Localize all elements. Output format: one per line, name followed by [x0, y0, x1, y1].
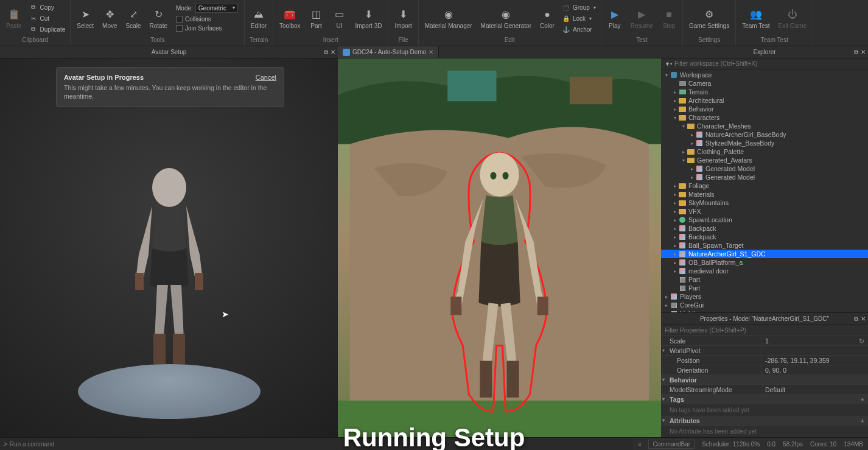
svg-rect-4	[173, 334, 185, 364]
commandbar-label[interactable]: CommandBar	[648, 440, 695, 449]
avatar-pedestal	[78, 364, 261, 419]
close-icon[interactable]: ✕	[861, 315, 866, 323]
anchor-button[interactable]: ⚓Anchor	[559, 24, 598, 34]
settings-group: ⚙Game Settings Settings	[683, 0, 736, 46]
tree-item[interactable]: Part	[661, 275, 868, 284]
cube-icon: ◫	[310, 8, 323, 21]
tree-item[interactable]: medieval door	[661, 267, 868, 275]
group-button[interactable]: ⬚Group▾	[559, 2, 598, 12]
properties-filter-input[interactable]	[665, 327, 864, 334]
cursor-icon: ➤	[79, 8, 92, 21]
collisions-checkbox[interactable]: Collisions	[175, 15, 239, 23]
svg-point-0	[152, 168, 186, 207]
scale-icon: ⤢	[127, 8, 140, 21]
explorer-tree[interactable]: WorkspaceCameraTerrainArchitecturalBehav…	[661, 69, 868, 312]
fps-stat: 58.2fps	[783, 441, 803, 448]
add-icon[interactable]: +	[861, 417, 864, 424]
part-button[interactable]: ◫Part	[306, 1, 327, 35]
property-row[interactable]: Orientation0, 90, 0	[661, 365, 868, 375]
undock-icon[interactable]: ⧉	[854, 49, 858, 56]
tree-item[interactable]: Character_Meshes	[661, 122, 868, 130]
tree-item[interactable]: Camera	[661, 79, 868, 88]
tree-item[interactable]: Workspace	[661, 71, 868, 79]
tree-item[interactable]: SpawnLocation	[661, 216, 868, 224]
tree-item[interactable]: Backpack	[661, 233, 868, 241]
exit-game-button[interactable]: ⏻Exit Game	[775, 1, 811, 35]
tree-item[interactable]: Materials	[661, 190, 868, 199]
avatar-setup-header: Avatar Setup ⧉ ✕	[0, 46, 338, 58]
property-row[interactable]: Position-286.76, 19.11, 39.359	[661, 356, 868, 365]
tree-item[interactable]: Behavior	[661, 105, 868, 113]
rotate-button[interactable]: ↻Rotate	[146, 1, 171, 35]
insert-group: 🧰Toolbox ◫Part ▭UI ⬇Import 3D Insert	[273, 0, 388, 46]
property-row[interactable]: ModelStreamingModeDefault	[661, 385, 868, 395]
tree-item[interactable]: Players	[661, 292, 868, 301]
tree-item[interactable]: VFX	[661, 207, 868, 216]
undock-icon[interactable]: ⧉	[324, 49, 328, 56]
clipboard-label: Clipboard	[2, 35, 68, 44]
color-button[interactable]: ●Color	[536, 1, 558, 35]
duplicate-button[interactable]: ⧉Duplicate	[27, 24, 68, 34]
scale-button[interactable]: ⤢Scale	[122, 1, 145, 35]
copy-button[interactable]: ⧉Copy	[27, 2, 68, 12]
time-stat: 0.0	[767, 441, 775, 448]
property-row[interactable]: ▾Behavior	[661, 375, 868, 385]
property-row[interactable]: ▾WorldPivot	[661, 346, 868, 356]
avatar-viewport[interactable]: Cancel Avatar Setup in Progress This mig…	[0, 58, 338, 437]
tree-item[interactable]: Foliage	[661, 181, 868, 190]
ui-button[interactable]: ▭UI	[329, 1, 351, 35]
tree-item[interactable]: Terrain	[661, 88, 868, 96]
tree-item[interactable]: StylizedMale_BaseBody	[661, 139, 868, 147]
tree-item[interactable]: Generated_Avatars	[661, 156, 868, 164]
toolbox-button[interactable]: 🧰Toolbox	[276, 1, 304, 35]
select-button[interactable]: ➤Select	[73, 1, 97, 35]
property-row[interactable]: ▾Tags+	[661, 395, 868, 404]
tree-item[interactable]: Architectural	[661, 96, 868, 105]
resume-button[interactable]: ▶Resume	[627, 1, 657, 35]
refresh-icon[interactable]: ↻	[859, 337, 864, 345]
stop-button[interactable]: ■Stop	[658, 1, 680, 35]
undock-icon[interactable]: ⧉	[854, 315, 858, 323]
close-icon[interactable]: ✕	[331, 49, 335, 56]
cut-button[interactable]: ✂Cut	[27, 13, 68, 23]
play-button[interactable]: ▶Play	[604, 1, 626, 35]
explorer-filter-input[interactable]	[674, 60, 864, 67]
move-button[interactable]: ✥Move	[99, 1, 121, 35]
tree-item[interactable]: Backpack	[661, 224, 868, 233]
add-icon[interactable]: +	[861, 396, 864, 403]
tree-item[interactable]: NatureArcherGirl_BaseBody	[661, 130, 868, 139]
tree-item[interactable]: NatureArcherGirl_S1_GDC	[661, 250, 868, 258]
game-settings-button[interactable]: ⚙Game Settings	[685, 1, 733, 35]
tree-item[interactable]: Characters	[661, 113, 868, 122]
cancel-link[interactable]: Cancel	[256, 74, 276, 81]
expand-icon[interactable]: «	[638, 441, 642, 448]
property-row[interactable]: Scale1↻	[661, 336, 868, 346]
import3d-button[interactable]: ⬇Import 3D	[352, 1, 386, 35]
group-icon: ⬚	[562, 3, 570, 12]
tree-item[interactable]: CoreGui	[661, 301, 868, 309]
close-icon[interactable]: ✕	[861, 49, 866, 56]
tree-item[interactable]: SkyMountains	[661, 199, 868, 207]
tree-item[interactable]: Generated Model	[661, 173, 868, 181]
tree-item[interactable]: ⚠OB_BallPlatform_a	[661, 258, 868, 267]
import-button[interactable]: ⬇Import	[391, 1, 415, 35]
tree-item[interactable]: Clothing_Palette	[661, 147, 868, 156]
scene-tab[interactable]: GDC24 - Auto-Setup Demo ✕	[338, 46, 439, 58]
terrain-group: ⛰Editor Terrain	[245, 0, 273, 46]
team-test-button[interactable]: 👥Team Test	[738, 1, 773, 35]
tree-item[interactable]: Part	[661, 284, 868, 292]
close-tab-icon[interactable]: ✕	[429, 49, 433, 55]
material-manager-button[interactable]: ◉Material Manager	[421, 1, 476, 35]
rotate-icon: ↻	[152, 8, 165, 21]
property-row[interactable]: ▾Attributes+	[661, 416, 868, 426]
join-surfaces-checkbox[interactable]: Join Surfaces	[175, 24, 239, 32]
edit-label: Edit	[421, 35, 598, 44]
mode-selector[interactable]: Mode:Geometric	[175, 2, 239, 14]
scene-viewport[interactable]	[338, 58, 661, 437]
tree-item[interactable]: Generated Model	[661, 164, 868, 173]
material-generator-button[interactable]: ◉Material Generator	[477, 1, 535, 35]
tree-item[interactable]: Ball_Spawn_Target	[661, 241, 868, 250]
terrain-editor-button[interactable]: ⛰Editor	[247, 1, 270, 35]
lock-button[interactable]: 🔒Lock▾	[559, 13, 598, 23]
paste-button[interactable]: 📋 Paste	[2, 1, 26, 35]
